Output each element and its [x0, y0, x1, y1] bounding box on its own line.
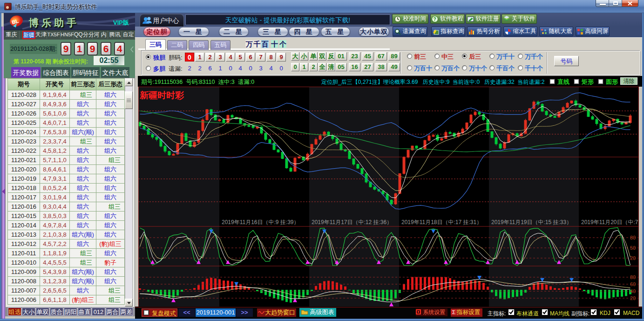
- svg-text:2019年11月18日（中:17 挂:31）: 2019年11月18日（中:17 挂:31）: [401, 219, 482, 225]
- svg-text:80: 80: [630, 235, 636, 240]
- svg-text:80: 80: [630, 274, 636, 280]
- svg-text:2019年11月19日（中:15 挂:33）: 2019年11月19日（中:15 挂:33）: [491, 219, 572, 225]
- svg-text:2019年11月17日（中:12 挂:36）: 2019年11月17日（中:12 挂:36）: [312, 219, 392, 225]
- svg-text:新疆时时彩: 新疆时时彩: [139, 90, 184, 100]
- svg-text:20: 20: [630, 255, 636, 261]
- svg-text:60: 60: [630, 281, 636, 287]
- svg-text:20: 20: [630, 295, 636, 301]
- svg-text:50: 50: [630, 245, 636, 251]
- svg-text:?: ?: [434, 17, 436, 22]
- svg-text:40: 40: [630, 288, 636, 294]
- svg-text:2019年11月16日（中:9 挂:39）: 2019年11月16日（中:9 挂:39）: [222, 219, 299, 225]
- svg-text:2019年11月20日（中:7 挂:2）: 2019年11月20日（中:7 挂:2）: [581, 219, 639, 225]
